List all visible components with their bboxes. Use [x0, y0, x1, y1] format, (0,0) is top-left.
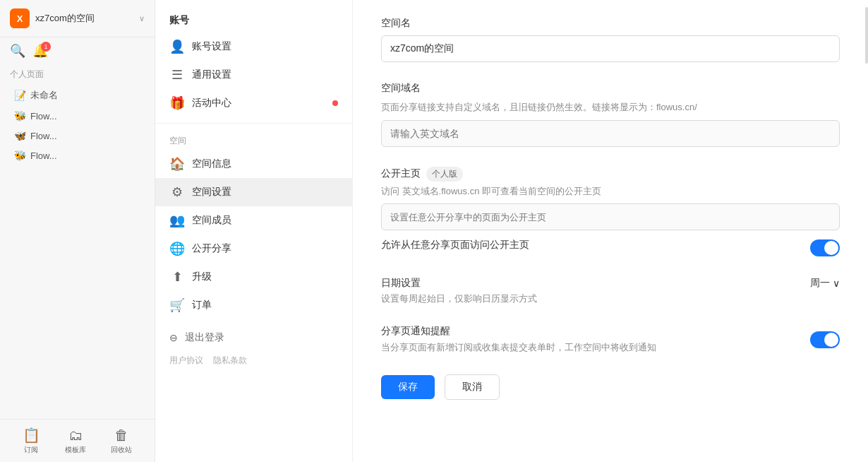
space-name-label: 空间名	[381, 17, 840, 30]
share-notification-row: 分享页通知提醒 当分享页面有新增订阅或收集表提交表单时，工作空间中将收到通知	[381, 325, 840, 355]
toolbar-trash[interactable]: 🗑 回收站	[111, 427, 132, 455]
page-name-3: Flow...	[30, 131, 57, 141]
date-setting-label: 日期设置	[381, 277, 421, 290]
page-name-2: Flow...	[30, 111, 57, 122]
share-notification-title: 分享页通知提醒	[381, 325, 799, 338]
space-settings-icon: ⚙	[169, 184, 185, 200]
sidebar-item-page-2[interactable]: 🐝 Flow...	[0, 106, 155, 126]
sidebar-item-page-1[interactable]: 📝 未命名	[0, 85, 155, 106]
activity-dot	[332, 100, 338, 106]
public-home-input[interactable]	[381, 203, 840, 230]
app-icon: X	[10, 8, 30, 28]
template-icon: 🗂	[68, 427, 83, 444]
trash-icon: 🗑	[114, 427, 128, 444]
allow-access-row: 允许从任意分享页面访问公开主页	[381, 239, 840, 257]
allow-access-label: 允许从任意分享页面访问公开主页	[381, 239, 529, 251]
activity-center-item[interactable]: 🎁 活动中心	[155, 89, 352, 117]
space-members-icon: 👥	[169, 213, 185, 228]
scrollbar-track[interactable]	[864, 0, 868, 462]
general-icon: ☰	[169, 67, 185, 83]
public-home-section: 公开主页 个人版 访问 英文域名.flowus.cn 即可查看当前空间的公开主页	[381, 167, 840, 239]
order-item[interactable]: 🛒 订单	[155, 291, 352, 319]
space-section-title: 空间	[155, 129, 352, 150]
notification-button[interactable]: 🔔 1	[32, 43, 48, 59]
account-settings-item[interactable]: 👤 账号设置	[155, 32, 352, 61]
save-button[interactable]: 保存	[381, 375, 435, 399]
domain-input[interactable]	[381, 120, 840, 147]
workspace-name: xz7com的空间	[35, 12, 133, 25]
upgrade-icon: ⬆	[169, 269, 185, 285]
main-area: ← → 未命名思维导图 分享 💬 🕐 🔖 ··· 🔍 账号 👤 账号设置 ☰ 通…	[155, 0, 868, 462]
privacy-link[interactable]: 隐私条款	[213, 355, 247, 367]
space-info-icon: 🏠	[169, 156, 185, 172]
search-icon[interactable]: 🔍	[10, 43, 25, 59]
order-menu-icon: 🛒	[169, 297, 185, 313]
sidebar-pages: 📝 未命名 🐝 Flow... 🦋 Flow... 🐝 Flow...	[0, 82, 155, 168]
logout-label: 退出登录	[185, 331, 224, 344]
space-members-label: 空间成员	[192, 214, 231, 227]
sidebar-search-row: 🔍 🔔 1	[0, 37, 155, 64]
upgrade-label: 升级	[192, 271, 212, 283]
public-home-title: 公开主页 个人版	[381, 167, 840, 182]
activity-center-label: 活动中心	[192, 97, 231, 109]
public-home-desc: 访问 英文域名.flowus.cn 即可查看当前空间的公开主页	[381, 184, 840, 199]
space-settings-label: 空间设置	[192, 186, 231, 199]
page-icon-3: 🦋	[14, 130, 26, 141]
allow-access-toggle[interactable]	[810, 239, 840, 256]
logout-button[interactable]: ⊖ 退出登录	[155, 325, 352, 350]
upgrade-item[interactable]: ⬆ 升级	[155, 263, 352, 291]
page-name-1: 未命名	[30, 89, 58, 102]
space-name-field: 空间名	[381, 17, 840, 62]
public-share-item[interactable]: 🌐 公开分享	[155, 235, 352, 263]
chevron-down-icon: ∨	[139, 14, 145, 23]
toolbar-template[interactable]: 🗂 模板库	[65, 427, 86, 455]
share-notification-toggle[interactable]	[810, 331, 840, 348]
sidebar-item-page-3[interactable]: 🦋 Flow...	[0, 126, 155, 146]
trash-label: 回收站	[111, 445, 132, 455]
page-icon-4: 🐝	[14, 150, 26, 161]
order-label: 订阅	[24, 445, 38, 455]
sidebar-item-page-4[interactable]: 🐝 Flow...	[0, 146, 155, 165]
public-share-icon: 🌐	[169, 241, 185, 256]
user-agreement-link[interactable]: 用户协议	[169, 355, 203, 367]
page-icon-1: 📝	[14, 90, 26, 101]
share-notification-left: 分享页通知提醒 当分享页面有新增订阅或收集表提交表单时，工作空间中将收到通知	[381, 325, 799, 355]
account-icon: 👤	[169, 39, 185, 54]
page-name-4: Flow...	[30, 150, 57, 161]
personal-page-label: 个人页面	[0, 64, 155, 82]
notification-badge: 1	[41, 42, 51, 52]
settings-menu-panel: 账号 👤 账号设置 ☰ 通用设置 🎁 活动中心 空间 🏠 空间信息	[155, 0, 353, 462]
domain-desc: 页面分享链接支持自定义域名，且旧链接仍然生效。链接将显示为：flowus.cn/	[381, 100, 840, 114]
share-notification-desc: 当分享页面有新增订阅或收集表提交表单时，工作空间中将收到通知	[381, 340, 799, 355]
space-name-input[interactable]	[381, 35, 840, 62]
activity-icon: 🎁	[169, 95, 185, 111]
form-actions: 保存 取消	[381, 374, 840, 400]
chevron-date-icon: ∨	[833, 278, 840, 289]
section-divider	[155, 123, 352, 124]
date-setting-section: 日期设置 周一 ∨ 设置每周起始日，仅影响日历显示方式	[381, 277, 840, 305]
space-info-label: 空间信息	[192, 158, 231, 170]
template-label: 模板库	[65, 445, 86, 455]
sidebar-toolbar: 📋 订阅 🗂 模板库 🗑 回收站	[0, 419, 155, 462]
order-menu-label: 订单	[192, 299, 212, 312]
logout-icon: ⊖	[169, 332, 178, 343]
workspace-header[interactable]: X xz7com的空间 ∨	[0, 0, 155, 37]
settings-content-panel: 空间名 空间域名 页面分享链接支持自定义域名，且旧链接仍然生效。链接将显示为：f…	[353, 0, 868, 462]
general-settings-item[interactable]: ☰ 通用设置	[155, 61, 352, 89]
general-settings-label: 通用设置	[192, 69, 231, 81]
settings-footer-links: 用户协议 隐私条款	[155, 350, 352, 371]
space-settings-item[interactable]: ⚙ 空间设置	[155, 178, 352, 206]
domain-label: 空间域名	[381, 82, 840, 95]
toolbar-order[interactable]: 📋 订阅	[23, 427, 40, 455]
space-members-item[interactable]: 👥 空间成员	[155, 206, 352, 235]
account-settings-label: 账号设置	[192, 40, 231, 53]
order-icon: 📋	[23, 427, 40, 444]
date-setting-desc: 设置每周起始日，仅影响日历显示方式	[381, 292, 840, 305]
date-setting-value[interactable]: 周一 ∨	[810, 277, 840, 290]
personal-badge: 个人版	[426, 167, 463, 182]
date-setting-row: 日期设置 周一 ∨	[381, 277, 840, 290]
cancel-button[interactable]: 取消	[445, 374, 500, 400]
space-info-item[interactable]: 🏠 空间信息	[155, 150, 352, 178]
scrollbar-thumb	[865, 7, 868, 64]
settings-dialog-overlay: 账号 👤 账号设置 ☰ 通用设置 🎁 活动中心 空间 🏠 空间信息	[155, 0, 868, 462]
